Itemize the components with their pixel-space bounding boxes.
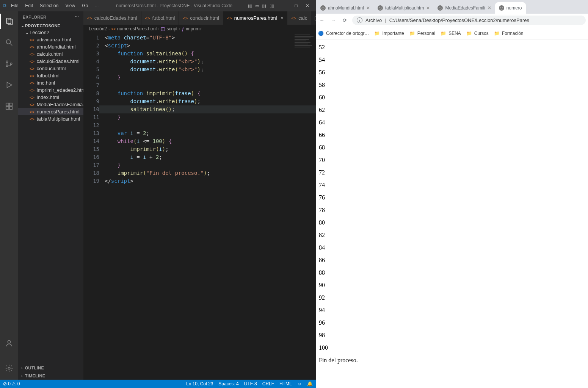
menu-selection[interactable]: Selection bbox=[38, 3, 61, 8]
minimap[interactable] bbox=[293, 35, 314, 80]
chrome-tab[interactable]: ◌tablaMultiplicar.htm✕ bbox=[374, 2, 434, 14]
file-row[interactable]: <>calculo.html bbox=[18, 50, 83, 58]
file-row[interactable]: <>tablaMultiplicar.html bbox=[18, 115, 83, 123]
forward-icon[interactable]: → bbox=[329, 17, 337, 23]
reload-icon[interactable]: ⟳ bbox=[341, 17, 348, 23]
code-line[interactable]: imprimir(i); bbox=[99, 145, 316, 153]
status-cursor[interactable]: Ln 10, Col 23 bbox=[186, 381, 213, 386]
code-editor[interactable]: 12345678910111213141516171819 <meta char… bbox=[83, 33, 316, 380]
address-bar[interactable]: i Archivo | C:/Users/Sena/Desktop/Proyec… bbox=[352, 16, 586, 25]
editor-tab[interactable]: <>calc bbox=[287, 11, 311, 25]
breadcrumb-file[interactable]: numerosPares.html bbox=[117, 26, 157, 31]
source-control-icon[interactable] bbox=[0, 56, 18, 71]
run-debug-icon[interactable] bbox=[0, 77, 18, 93]
menu-view[interactable]: View bbox=[63, 3, 77, 8]
status-lang[interactable]: HTML bbox=[279, 381, 292, 386]
code-line[interactable]: } bbox=[99, 113, 316, 121]
timeline-panel[interactable]: › TIMELINE bbox=[18, 372, 83, 380]
file-row[interactable]: <>adivinanza.html bbox=[18, 36, 83, 43]
tab-overflow[interactable]: ▯▯⋯ bbox=[311, 11, 316, 25]
settings-gear-icon[interactable] bbox=[0, 361, 18, 376]
bookmark-item[interactable]: 📁Personal bbox=[409, 31, 435, 36]
code-line[interactable]: while(i <= 100) { bbox=[99, 137, 316, 145]
code-line[interactable]: } bbox=[99, 74, 316, 82]
minimize-icon[interactable]: — bbox=[279, 3, 290, 8]
editor-tab[interactable]: <>numerosPares.html× bbox=[223, 11, 288, 25]
code-line[interactable]: function saltarLinea() { bbox=[99, 50, 316, 58]
outline-panel[interactable]: › OUTLINE bbox=[18, 364, 83, 372]
layout-toggle-2-icon[interactable]: ▭ bbox=[255, 3, 259, 8]
chrome-tab[interactable]: ◌numero bbox=[495, 2, 526, 14]
editor-tab[interactable]: <>calculoEdades.html bbox=[83, 11, 141, 25]
layout-toggle-4-icon[interactable]: ▯▯ bbox=[270, 3, 274, 8]
status-bell-icon[interactable]: 🔔 bbox=[307, 381, 313, 386]
status-encoding[interactable]: UTF-8 bbox=[244, 381, 257, 386]
file-row[interactable]: <>futbol.html bbox=[18, 72, 83, 79]
code-line[interactable]: i = i + 2; bbox=[99, 153, 316, 161]
file-row[interactable]: <>imprimir_edades2.html bbox=[18, 86, 83, 94]
code-line[interactable]: <script> bbox=[99, 42, 316, 50]
output-line: 78 bbox=[319, 204, 585, 216]
layout-toggle-1-icon[interactable]: ▮▯ bbox=[248, 3, 252, 8]
project-root[interactable]: ⌄ PROYECTOSONE bbox=[18, 22, 83, 29]
code-line[interactable] bbox=[99, 121, 316, 129]
chrome-tab-close-icon[interactable]: ✕ bbox=[426, 5, 430, 11]
chrome-tab-close-icon[interactable]: ✕ bbox=[488, 5, 491, 11]
explorer-more-icon[interactable]: ⋯ bbox=[75, 14, 79, 19]
code-line[interactable]: </script> bbox=[99, 177, 316, 185]
code-line[interactable]: function imprimir(frase) { bbox=[99, 90, 316, 97]
bookmark-item[interactable]: 🔵Corrector de ortogr… bbox=[318, 31, 369, 36]
breadcrumbs[interactable]: Lección2 › <> numerosPares.html › ◫ scri… bbox=[83, 25, 316, 33]
timeline-label: TIMELINE bbox=[25, 374, 45, 378]
menu-more[interactable]: ··· bbox=[93, 3, 101, 8]
breadcrumb-function[interactable]: imprimir bbox=[186, 26, 202, 31]
folder-leccion2[interactable]: ⌄ Lección2 bbox=[18, 29, 83, 36]
menu-edit[interactable]: Edit bbox=[23, 3, 35, 8]
status-indent[interactable]: Spaces: 4 bbox=[218, 381, 238, 386]
status-feedback-icon[interactable]: ☺ bbox=[297, 381, 302, 386]
extensions-icon[interactable] bbox=[0, 99, 18, 114]
file-row[interactable]: <>conducir.html bbox=[18, 65, 83, 72]
code-line[interactable]: imprimir("Fin del proceso."); bbox=[99, 169, 316, 177]
file-row[interactable]: <>calculoEdades.html bbox=[18, 58, 83, 65]
maximize-icon[interactable]: □ bbox=[291, 3, 301, 8]
chrome-tab[interactable]: ◌ahnoMundial.html✕ bbox=[317, 2, 374, 14]
menu-go[interactable]: Go bbox=[80, 3, 90, 8]
file-row[interactable]: <>numerosPares.html bbox=[18, 108, 83, 115]
file-row[interactable]: <>ahnoMundial.html bbox=[18, 43, 83, 50]
status-errors[interactable]: ⊘ 0 ⚠ 0 bbox=[3, 381, 20, 386]
favicon-icon: ◌ bbox=[437, 5, 443, 11]
chrome-tab[interactable]: ◌MediaEdadesFamili✕ bbox=[434, 2, 495, 14]
file-row[interactable]: <>MediaEdadesFamilia.html bbox=[18, 101, 83, 108]
chrome-tab-close-icon[interactable]: ✕ bbox=[366, 5, 370, 11]
bookmark-item[interactable]: 📁Importante bbox=[374, 31, 404, 36]
code-line[interactable] bbox=[99, 82, 316, 90]
code-line[interactable]: <meta charset="UTF-8"> bbox=[99, 34, 316, 42]
breadcrumb-script[interactable]: script bbox=[166, 26, 177, 31]
bookmark-item[interactable]: 📁Formación bbox=[494, 31, 524, 36]
editor-tab[interactable]: <>conducir.html bbox=[179, 11, 223, 25]
code-line[interactable]: } bbox=[99, 161, 316, 169]
close-window-icon[interactable]: ✕ bbox=[302, 3, 313, 8]
code-line[interactable]: document.write("<br>"); bbox=[99, 66, 316, 74]
menu-file[interactable]: File bbox=[9, 3, 20, 8]
layout-toggle-3-icon[interactable]: ▯▮ bbox=[262, 3, 267, 8]
bookmark-item[interactable]: 📁Cursos bbox=[466, 31, 489, 36]
back-icon[interactable]: ← bbox=[318, 17, 326, 23]
status-eol[interactable]: CRLF bbox=[262, 381, 274, 386]
code-line[interactable]: var i = 2; bbox=[99, 129, 316, 137]
code-line[interactable]: saltarLinea(); bbox=[99, 105, 316, 113]
code-line[interactable]: document.write(frase); bbox=[99, 97, 316, 105]
code-content[interactable]: <meta charset="UTF-8"><script> function … bbox=[99, 33, 316, 380]
search-icon[interactable] bbox=[0, 35, 18, 50]
breadcrumb-folder[interactable]: Lección2 bbox=[89, 26, 107, 31]
explorer-icon[interactable] bbox=[0, 14, 18, 29]
file-row[interactable]: <>index.html bbox=[18, 94, 83, 101]
tab-close-icon[interactable]: × bbox=[281, 16, 283, 21]
bookmark-item[interactable]: 📁SENA bbox=[441, 31, 461, 36]
file-row[interactable]: <>imc.html bbox=[18, 79, 83, 86]
editor-tab[interactable]: <>futbol.html bbox=[141, 11, 179, 25]
info-icon[interactable]: i bbox=[357, 17, 362, 23]
account-icon[interactable] bbox=[0, 336, 18, 351]
code-line[interactable]: document.write("<br>"); bbox=[99, 58, 316, 66]
